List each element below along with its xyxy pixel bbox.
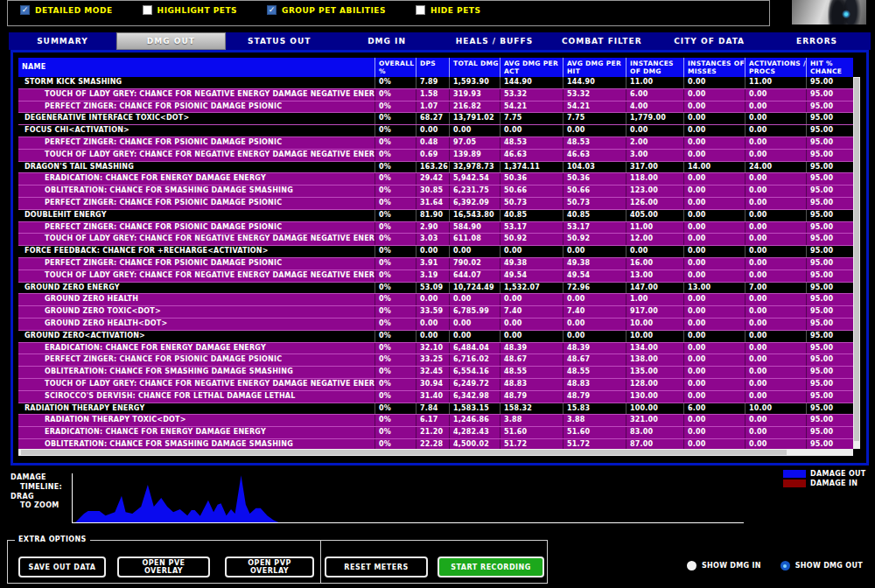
- cell-avg-dmg-per-act: 0.00: [500, 331, 563, 342]
- column-header-instances-of-dmg[interactable]: INSTANCES OF DMG: [626, 58, 683, 77]
- table-row[interactable]: PERFECT ZINGER: CHANCE FOR PSIONIC DAMAG…: [18, 354, 853, 367]
- cell-avg-dmg-per-act: 49.38: [500, 258, 563, 270]
- tab-dmg-out[interactable]: DMG OUT: [116, 32, 226, 50]
- tab-summary[interactable]: SUMMARY: [9, 32, 116, 50]
- cell-hit-chance: 95.00: [806, 415, 853, 426]
- table-row[interactable]: ERADICATION: CHANCE FOR ENERGY DAMAGE EN…: [18, 173, 853, 186]
- table-row[interactable]: GROUND ZERO<ACTIVATION>0%0.000.000.000.0…: [18, 331, 853, 343]
- table-row[interactable]: DRAGON'S TAIL SMASHING0%163.2632,978.731…: [18, 162, 853, 174]
- cell-instances-of-misses: 0.00: [683, 89, 745, 101]
- checkbox-box-icon[interactable]: [143, 5, 152, 15]
- table-row[interactable]: ERADICATION: CHANCE FOR ENERGY DAMAGE EN…: [18, 427, 853, 439]
- tab-status-out[interactable]: STATUS OUT: [226, 32, 333, 50]
- column-header-avg-dmg-per-act[interactable]: AVG DMG PER ACT: [500, 58, 563, 77]
- timeline-label-line: TIMELINE:: [10, 483, 62, 493]
- cell-avg-dmg-per-act: 49.54: [500, 270, 563, 282]
- table-row[interactable]: PERFECT ZINGER: CHANCE FOR PSIONIC DAMAG…: [18, 222, 853, 234]
- table-row[interactable]: GROUND ZERO ENERGY0%53.0910,724.491,532.…: [18, 283, 853, 295]
- cell-overall: 0%: [374, 379, 416, 390]
- cell-avg-dmg-per-hit: 48.39: [563, 343, 626, 354]
- table-row[interactable]: STORM KICK SMASHING0%7.891,593.90144.901…: [18, 77, 853, 89]
- column-header-total-dmg[interactable]: TOTAL DMG: [449, 58, 500, 77]
- start-recording-button[interactable]: START RECORDING: [438, 556, 544, 578]
- cell-total-dmg: 790.02: [449, 258, 500, 270]
- cell-instances-of-misses: 0.00: [683, 210, 745, 221]
- table-row[interactable]: DEGENERATIVE INTERFACE TOXIC<DOT>0%68.27…: [18, 113, 853, 125]
- table-row[interactable]: FOCUS CHI<ACTIVATION>0%0.000.000.000.000…: [18, 125, 853, 137]
- tab-heals-buffs[interactable]: HEALS / BUFFS: [441, 32, 549, 50]
- column-header-hit-chance[interactable]: HIT % CHANCE: [806, 58, 853, 77]
- reset-meters-button[interactable]: RESET METERS: [325, 556, 428, 578]
- cell-avg-dmg-per-act: 48.67: [500, 354, 563, 366]
- tab-city-of-data[interactable]: CITY OF DATA: [655, 32, 763, 50]
- save-out-data-button[interactable]: SAVE OUT DATA: [18, 556, 106, 578]
- table-row[interactable]: OBLITERATION: CHANCE FOR SMASHING DAMAGE…: [18, 186, 853, 198]
- column-header-instances-of-misses[interactable]: INSTANCES OF MISSES: [683, 58, 745, 77]
- damage-timeline-chart[interactable]: [72, 473, 744, 523]
- checkbox-highlight-pets[interactable]: HIGHLIGHT PETS: [143, 5, 237, 15]
- radio-show-dmg-out[interactable]: SHOW DMG OUT: [780, 561, 863, 570]
- tab-dmg-in[interactable]: DMG IN: [333, 32, 441, 50]
- radio-button-icon[interactable]: [687, 561, 696, 570]
- checkbox-group-pet-abilities[interactable]: ✓GROUP PET ABILITIES: [267, 5, 386, 15]
- table-row[interactable]: PERFECT ZINGER: CHANCE FOR PSIONIC DAMAG…: [18, 137, 853, 150]
- column-header-overall[interactable]: OVERALL %: [374, 58, 416, 77]
- table-row[interactable]: ERADICATION: CHANCE FOR ENERGY DAMAGE EN…: [18, 343, 853, 355]
- table-row[interactable]: TOUCH OF LADY GREY: CHANCE FOR NEGATIVE …: [18, 89, 853, 102]
- open-pve-overlay-button[interactable]: OPEN PVE OVERLAY: [117, 556, 210, 578]
- cell-hit-chance: 95.00: [806, 403, 853, 415]
- checkbox-hide-pets[interactable]: HIDE PETS: [416, 5, 481, 15]
- table-row[interactable]: TOUCH OF LADY GREY: CHANCE FOR NEGATIVE …: [18, 234, 853, 246]
- table-row[interactable]: TOUCH OF LADY GREY: CHANCE FOR NEGATIVE …: [18, 150, 853, 162]
- options-checkbox-row: ✓DETAILED MODEHIGHLIGHT PETS✓GROUP PET A…: [7, 0, 770, 26]
- vertical-scrollbar-thumb[interactable]: [854, 78, 859, 441]
- table-row[interactable]: PERFECT ZINGER: CHANCE FOR PSIONIC DAMAG…: [18, 102, 853, 114]
- table-row[interactable]: SCIROCCO'S DERVISH: CHANCE FOR LETHAL DA…: [18, 391, 853, 403]
- checkbox-box-icon[interactable]: ✓: [20, 5, 30, 15]
- cell-total-dmg: 6,231.75: [449, 186, 500, 197]
- cell-instances-of-dmg: 10.00: [626, 331, 683, 342]
- cell-total-dmg: 4,500.02: [449, 439, 500, 449]
- table-row[interactable]: GROUND ZERO HEALTH0%0.000.000.000.001.00…: [18, 294, 853, 306]
- cell-dps: 6.17: [416, 415, 449, 426]
- table-row[interactable]: GROUND ZERO HEALTH<DOT>0%0.000.000.000.0…: [18, 318, 853, 331]
- table-row[interactable]: OBLITERATION: CHANCE FOR SMASHING DAMAGE…: [18, 367, 853, 379]
- checkbox-detailed-mode[interactable]: ✓DETAILED MODE: [20, 5, 113, 15]
- table-row[interactable]: PERFECT ZINGER: CHANCE FOR PSIONIC DAMAG…: [18, 258, 853, 270]
- table-row[interactable]: PERFECT ZINGER: CHANCE FOR PSIONIC DAMAG…: [18, 198, 853, 210]
- table-row[interactable]: RADIATION THERAPY ENERGY0%7.841,583.1515…: [18, 403, 853, 416]
- horizontal-scrollbar-thumb[interactable]: [21, 450, 787, 455]
- cell-total-dmg: 5,942.54: [449, 173, 500, 185]
- table-row[interactable]: OBLITERATION: CHANCE FOR SMASHING DAMAGE…: [18, 439, 853, 449]
- table-row[interactable]: TOUCH OF LADY GREY: CHANCE FOR NEGATIVE …: [18, 270, 853, 283]
- checkbox-box-icon[interactable]: [416, 5, 425, 15]
- ability-name: GROUND ZERO ENERGY: [18, 283, 374, 294]
- checkbox-box-icon[interactable]: ✓: [267, 5, 276, 15]
- cell-total-dmg: 6,342.98: [449, 391, 500, 402]
- radio-show-dmg-in[interactable]: SHOW DMG IN: [687, 561, 761, 570]
- tab-errors[interactable]: ERRORS: [763, 32, 871, 50]
- tab-combat-filter[interactable]: COMBAT FILTER: [548, 32, 655, 50]
- cell-instances-of-misses: 0.00: [683, 246, 745, 257]
- cell-instances-of-dmg: 147.00: [626, 283, 683, 294]
- table-row[interactable]: RADIATION THERAPY TOXIC<DOT>0%6.171,246.…: [18, 415, 853, 427]
- column-header-dps[interactable]: DPS: [416, 58, 449, 77]
- table-row[interactable]: GROUND ZERO TOXIC<DOT>0%33.596,785.997.4…: [18, 306, 853, 318]
- cell-avg-dmg-per-hit: 49.54: [563, 270, 626, 282]
- cell-avg-dmg-per-act: 50.73: [500, 198, 563, 209]
- cell-instances-of-dmg: 405.00: [626, 210, 683, 221]
- table-row[interactable]: DOUBLEHIT ENERGY0%81.9016,543.8040.8540.…: [18, 210, 853, 222]
- radio-button-icon[interactable]: [780, 561, 790, 570]
- checkbox-label: GROUP PET ABILITIES: [282, 6, 386, 15]
- cell-dps: 22.28: [416, 439, 449, 449]
- column-header-name[interactable]: NAME: [18, 58, 374, 77]
- column-header-avg-dmg-per-hit[interactable]: AVG DMG PER HIT: [563, 58, 626, 77]
- ability-name: PERFECT ZINGER: CHANCE FOR PSIONIC DAMAG…: [18, 102, 374, 113]
- cell-avg-dmg-per-act: 7.40: [500, 306, 563, 318]
- open-pvp-overlay-button[interactable]: OPEN PVP OVERLAY: [225, 556, 314, 578]
- horizontal-scrollbar[interactable]: [18, 449, 853, 456]
- table-row[interactable]: TOUCH OF LADY GREY: CHANCE FOR NEGATIVE …: [18, 379, 853, 391]
- table-row[interactable]: FORCE FEEDBACK: CHANCE FOR +RECHARGE<ACT…: [18, 246, 853, 258]
- column-header-activations-procs[interactable]: ACTIVATIONS / PROCS: [745, 58, 806, 77]
- vertical-scrollbar[interactable]: [853, 77, 860, 449]
